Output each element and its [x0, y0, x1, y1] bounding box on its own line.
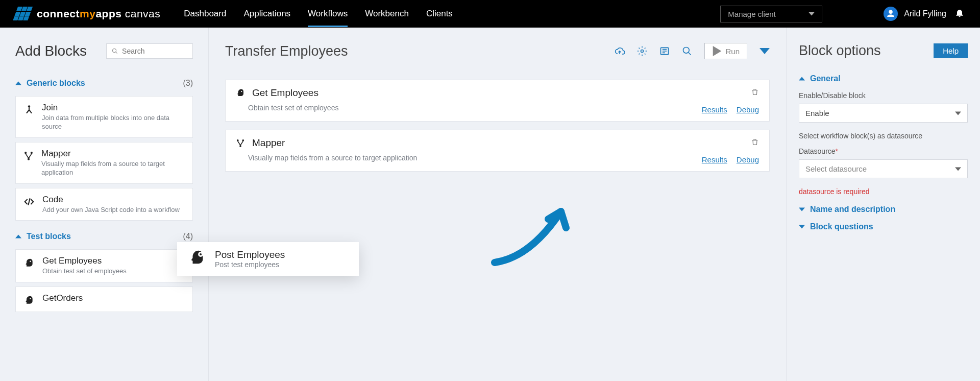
nav-clients[interactable]: Clients — [426, 2, 453, 26]
mapper-icon — [236, 138, 245, 148]
avatar-icon — [884, 7, 898, 21]
sidebar-title: Add Blocks — [15, 43, 87, 59]
svg-point-3 — [31, 152, 33, 154]
results-link[interactable]: Results — [702, 105, 727, 114]
category-test-blocks[interactable]: Test blocks (4) — [15, 228, 193, 245]
datasource-select[interactable]: Select datasource — [799, 159, 968, 178]
news-icon[interactable] — [659, 46, 670, 56]
enable-select[interactable]: Enable — [799, 104, 968, 123]
svg-point-12 — [242, 139, 244, 141]
chevron-down-icon — [955, 166, 961, 172]
nav-applications[interactable]: Applications — [243, 2, 290, 26]
blocks-sidebar: Add Blocks Generic blocks (3) Join Join … — [0, 28, 208, 381]
head-gear-icon — [188, 249, 206, 267]
section-name-description[interactable]: Name and description — [799, 205, 968, 214]
debug-link[interactable]: Debug — [737, 155, 759, 164]
block-card-getorders[interactable]: GetOrders — [15, 287, 193, 312]
block-options-panel: Block options Help General Enable/Disabl… — [786, 28, 980, 381]
svg-point-7 — [641, 50, 644, 53]
logo: connectmyapps canvas — [15, 7, 160, 21]
notifications-icon[interactable] — [954, 8, 965, 20]
workflow-block-get-employees[interactable]: Get Employees Obtain test set of employe… — [225, 80, 770, 122]
brand-text: connectmyapps canvas — [37, 8, 160, 20]
chevron-down-icon — [799, 206, 805, 212]
manage-client-dropdown[interactable]: Manage client — [720, 6, 822, 22]
chevron-up-icon — [15, 233, 21, 240]
svg-point-4 — [28, 158, 30, 160]
cloud-upload-icon[interactable] — [615, 46, 625, 56]
logo-mark-icon — [13, 7, 34, 21]
chevron-down-icon — [955, 110, 961, 116]
svg-point-15 — [200, 253, 202, 255]
results-link[interactable]: Results — [702, 155, 727, 164]
delete-block-icon[interactable] — [751, 88, 759, 98]
options-title: Block options — [799, 43, 881, 59]
block-card-join[interactable]: Join Join data from multiple blocks into… — [15, 96, 193, 138]
chevron-up-icon — [799, 76, 805, 82]
topbar: connectmyapps canvas Dashboard Applicati… — [0, 0, 980, 28]
nav-workflows[interactable]: Workflows — [308, 2, 348, 26]
block-card-code[interactable]: Code Add your own Java Script code into … — [15, 188, 193, 221]
workflow-canvas: Transfer Employees Run Get Employees — [208, 28, 786, 381]
block-card-mapper[interactable]: Mapper Visually map fields from a source… — [15, 142, 193, 184]
search-input[interactable] — [106, 43, 193, 59]
search-icon — [112, 47, 118, 55]
workflow-block-mapper[interactable]: Mapper Visually map fields from a source… — [225, 130, 770, 172]
code-icon — [23, 195, 35, 215]
debug-link[interactable]: Debug — [737, 105, 759, 114]
nav-dashboard[interactable]: Dashboard — [184, 2, 226, 26]
svg-point-5 — [30, 261, 31, 263]
section-general[interactable]: General — [799, 74, 968, 83]
join-icon — [23, 103, 35, 131]
chevron-down-icon[interactable] — [760, 46, 770, 56]
datasource-error: datasource is required — [799, 187, 968, 196]
main-nav: Dashboard Applications Workflows Workben… — [184, 2, 453, 26]
enable-label: Enable/Disable block — [799, 91, 968, 100]
chevron-down-icon — [799, 224, 805, 230]
nav-workbench[interactable]: Workbench — [365, 2, 409, 26]
svg-point-2 — [24, 152, 27, 154]
datasource-label: Datasource* — [799, 147, 968, 155]
svg-point-0 — [113, 49, 116, 52]
delete-block-icon[interactable] — [751, 138, 759, 148]
dragging-block-post-employees[interactable]: Post Employees Post test employees — [177, 242, 359, 276]
svg-point-1 — [28, 105, 30, 107]
run-button[interactable]: Run — [704, 43, 747, 59]
mapper-icon — [23, 149, 34, 177]
section-block-questions[interactable]: Block questions — [799, 222, 968, 231]
chevron-up-icon — [15, 80, 21, 86]
annotation-arrow-icon — [484, 191, 586, 273]
svg-point-9 — [683, 47, 690, 54]
search-icon[interactable] — [682, 46, 692, 56]
help-button[interactable]: Help — [934, 43, 968, 58]
chevron-down-icon — [808, 11, 815, 17]
svg-point-10 — [241, 91, 242, 92]
datasource-hint: Select workflow block(s) as datasource — [799, 132, 968, 140]
svg-point-11 — [237, 139, 239, 141]
svg-point-13 — [239, 145, 241, 147]
play-icon — [712, 46, 722, 56]
category-generic-blocks[interactable]: Generic blocks (3) — [15, 75, 193, 92]
user-menu[interactable]: Arild Fylling — [884, 7, 946, 21]
user-name: Arild Fylling — [904, 9, 946, 18]
workflow-title: Transfer Employees — [225, 43, 348, 59]
head-icon — [23, 256, 35, 276]
block-card-get-employees[interactable]: Get Employees Obtain test set of employe… — [15, 249, 193, 282]
head-icon — [236, 88, 245, 98]
gear-icon[interactable] — [637, 46, 647, 56]
svg-point-6 — [30, 298, 31, 300]
head-icon — [23, 293, 35, 305]
